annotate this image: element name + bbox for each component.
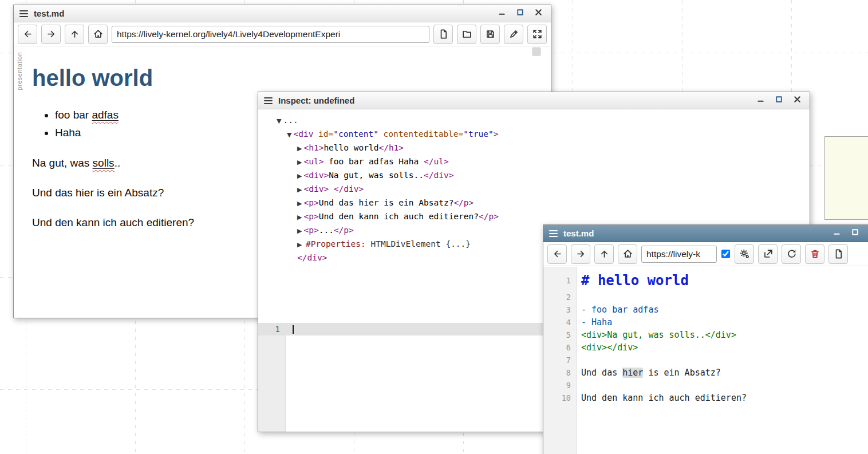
action-button-group <box>433 25 547 44</box>
md-heading[interactable]: hello world <box>32 65 551 91</box>
arrow-left-icon <box>22 29 33 40</box>
editor-line[interactable]: 6<div></div> <box>543 341 868 354</box>
editor-line[interactable]: 8Und das hier is ein Absatz? <box>543 366 868 379</box>
settings-button[interactable] <box>735 244 754 264</box>
maximize-button[interactable] <box>773 95 784 106</box>
code-token: <div> <box>303 184 329 194</box>
code-token: contenteditable= <box>378 129 463 139</box>
editor-line[interactable]: 5<div>Na gut, was solls..</div> <box>543 329 868 341</box>
editor-gutter <box>258 335 286 432</box>
window-markdown-editor: test.md 1# hello world23- foo bar adfas4… <box>543 224 868 454</box>
url-input[interactable] <box>641 246 717 263</box>
home-button[interactable] <box>618 244 637 264</box>
scrollbar-stub[interactable] <box>532 48 540 56</box>
maximize-button[interactable] <box>514 8 526 19</box>
save-button[interactable] <box>480 25 500 44</box>
delete-button[interactable] <box>805 244 824 264</box>
misspelled-word: solls <box>93 157 115 169</box>
tree-row[interactable]: ▶<div> </div> <box>277 183 810 196</box>
close-button[interactable] <box>791 95 803 106</box>
editor-line-text[interactable]: <div></div> <box>577 341 638 354</box>
action-button-group <box>735 244 848 264</box>
editor-line[interactable]: 3- foo bar adfas <box>543 303 868 316</box>
menu-icon[interactable] <box>264 96 273 106</box>
code-token: > <box>494 129 499 139</box>
browse-folder-button[interactable] <box>457 25 476 44</box>
code-token: Und den kann ich auch editieren? <box>319 212 479 221</box>
presentation-label: presentation <box>16 52 23 90</box>
background-window-fragment <box>824 136 868 220</box>
reload-button[interactable] <box>782 244 801 264</box>
expand-arrow-icon[interactable]: ▶ <box>297 200 302 207</box>
tree-row[interactable]: ▶<p>Und den kann ich auch editieren?</p> <box>277 210 810 224</box>
close-button[interactable] <box>532 8 544 19</box>
nav-button-group <box>18 25 108 44</box>
editor-line-text[interactable] <box>577 291 581 303</box>
editor-line-text[interactable]: # hello world <box>577 270 689 291</box>
editor-line[interactable]: 4- Haha <box>543 316 868 329</box>
expand-arrow-icon[interactable]: ▼ <box>287 131 291 139</box>
toolbar <box>543 242 868 266</box>
editor-line[interactable]: 2 <box>543 291 868 303</box>
editor-line[interactable]: 1# hello world <box>543 270 868 291</box>
tree-row[interactable]: ▼... <box>277 114 810 128</box>
editor-line-text[interactable]: - Haha <box>577 316 612 329</box>
tree-row[interactable]: ▶<h1>hello world</h1> <box>277 141 810 155</box>
editor-line[interactable]: 7 <box>543 354 868 366</box>
editor-line[interactable]: 10Und den kann ich auch editieren? <box>543 392 868 404</box>
editor-line-text[interactable] <box>577 354 581 366</box>
menu-icon[interactable] <box>19 9 28 19</box>
tree-row[interactable]: ▶<ul> foo bar adfas Haha </ul> <box>277 155 810 169</box>
minimize-button[interactable] <box>831 228 842 239</box>
up-button[interactable] <box>594 244 614 264</box>
editor-line-text[interactable]: Und das hier is ein Absatz? <box>577 366 721 379</box>
line-number: 1 <box>543 270 577 291</box>
titlebar[interactable]: Inspect: undefined <box>258 92 810 109</box>
expand-arrow-icon[interactable]: ▶ <box>297 241 304 248</box>
fullscreen-button[interactable] <box>527 25 547 44</box>
minimize-button[interactable] <box>496 8 507 19</box>
titlebar[interactable]: test.md <box>543 225 868 242</box>
url-input[interactable] <box>112 26 429 43</box>
expand-arrow-icon[interactable]: ▶ <box>297 172 302 180</box>
expand-arrow-icon[interactable]: ▶ <box>297 214 302 221</box>
back-button[interactable] <box>18 25 37 44</box>
editor-line[interactable]: 9 <box>543 379 868 392</box>
window-title: Inspect: undefined <box>278 96 354 105</box>
code-token: foo bar adfas Haha <box>323 157 424 166</box>
tree-row[interactable]: ▶<div>Na gut, was solls..</div> <box>277 169 810 183</box>
editor-line-text[interactable]: Und den kann ich auch editieren? <box>577 392 747 404</box>
tree-row[interactable]: ▼<div id="content" contenteditable="true… <box>277 128 810 141</box>
menu-icon[interactable] <box>549 228 558 239</box>
expand-arrow-icon[interactable]: ▶ <box>297 186 302 194</box>
auto-update-checkbox[interactable] <box>721 250 730 258</box>
new-file-button[interactable] <box>828 244 848 264</box>
code-editor[interactable]: 1# hello world23- foo bar adfas4- Haha5<… <box>543 267 868 454</box>
home-button[interactable] <box>88 25 108 44</box>
maximize-button[interactable] <box>849 228 861 239</box>
expand-arrow-icon[interactable]: ▶ <box>297 159 302 166</box>
expand-arrow-icon[interactable]: ▶ <box>297 227 302 235</box>
back-button[interactable] <box>547 244 567 264</box>
code-token: Na gut, was solls.. <box>329 171 424 180</box>
code-token: </p> <box>334 226 354 235</box>
editor-line-text[interactable]: <div>Na gut, was solls..</div> <box>577 329 736 341</box>
new-file-button[interactable] <box>433 25 453 44</box>
editor-line-text[interactable]: - foo bar adfas <box>577 303 658 316</box>
editor-line-text[interactable] <box>577 379 581 392</box>
up-button[interactable] <box>65 25 84 44</box>
code-token: </ul> <box>424 157 449 166</box>
open-external-button[interactable] <box>758 244 778 264</box>
arrow-up-icon <box>69 29 80 40</box>
expand-arrow-icon[interactable]: ▶ <box>297 145 302 152</box>
titlebar[interactable]: test.md <box>14 5 551 22</box>
forward-button[interactable] <box>41 25 61 44</box>
expand-arrow-icon[interactable]: ▼ <box>277 117 281 125</box>
line-number: 5 <box>543 329 577 341</box>
toolbar <box>14 22 551 46</box>
line-number: 2 <box>543 291 577 303</box>
forward-button[interactable] <box>571 244 590 264</box>
edit-button[interactable] <box>504 25 523 44</box>
minimize-button[interactable] <box>755 95 766 106</box>
tree-row[interactable]: ▶<p>Und das hier is ein Absatz?</p> <box>277 196 810 210</box>
